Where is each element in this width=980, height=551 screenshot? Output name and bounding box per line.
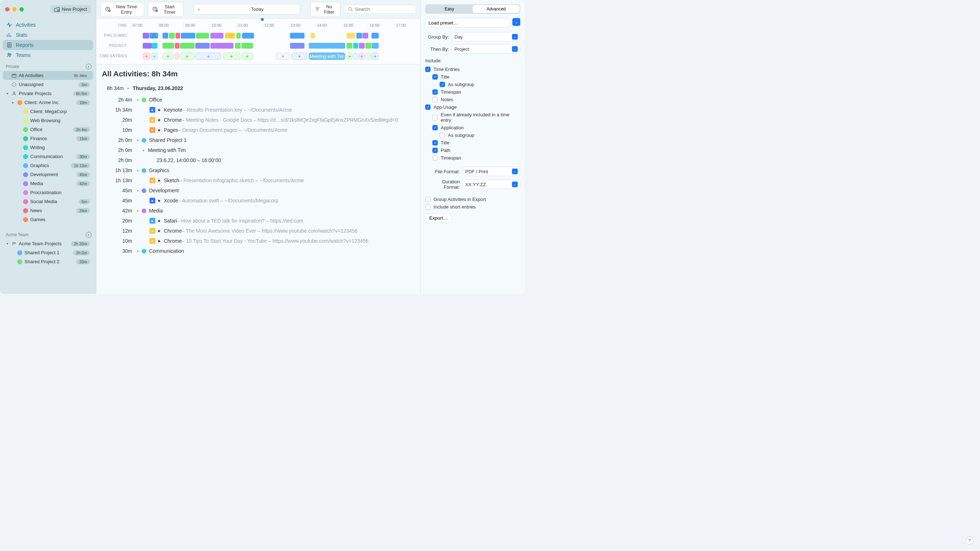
nav-activities[interactable]: Activities bbox=[3, 20, 93, 30]
sidebar-item[interactable]: Web Browsing bbox=[3, 116, 93, 125]
check-time-entries[interactable]: ✓Time Entries bbox=[425, 65, 520, 73]
activity-row[interactable]: 2h 0m▾Meeting with Tim bbox=[102, 145, 415, 155]
chevron-down-icon[interactable]: ▾ bbox=[5, 92, 10, 95]
export-button[interactable]: Export… bbox=[425, 214, 452, 222]
load-preset-button[interactable]: Load preset… bbox=[425, 18, 510, 28]
add-private-project-button[interactable]: + bbox=[86, 64, 92, 70]
checkbox[interactable]: ✓ bbox=[432, 148, 438, 153]
check-notes[interactable]: Notes bbox=[425, 96, 520, 103]
check-even-if[interactable]: Even if already included in a time entry bbox=[425, 111, 520, 124]
chevron-down-icon[interactable]: ▾ bbox=[135, 249, 141, 253]
chevron-down-icon[interactable]: ▾ bbox=[135, 168, 141, 173]
activity-row[interactable]: 45m▾Development bbox=[102, 186, 415, 195]
checkbox[interactable] bbox=[439, 133, 445, 138]
checkbox[interactable] bbox=[432, 115, 438, 120]
search-input[interactable] bbox=[355, 6, 415, 12]
add-acme-project-button[interactable]: + bbox=[86, 232, 92, 238]
checkbox[interactable]: ✓ bbox=[432, 74, 438, 79]
minimize-window-button[interactable] bbox=[12, 7, 17, 11]
then-by-select[interactable]: Project ⌄ bbox=[452, 44, 520, 54]
chevron-down-icon[interactable]: ▾ bbox=[141, 148, 146, 152]
entry-add-button[interactable]: + bbox=[275, 52, 290, 60]
nav-stats[interactable]: Stats bbox=[3, 30, 93, 40]
activity-row[interactable]: 10m●◆Chrome – 10 Tips To Start Your Day … bbox=[102, 236, 415, 246]
checkbox[interactable]: ✓ bbox=[432, 89, 438, 95]
entry-add-button[interactable]: + bbox=[195, 52, 221, 60]
nav-reports[interactable]: Reports bbox=[3, 40, 93, 50]
sidebar-item[interactable]: Games bbox=[3, 215, 93, 224]
activity-row[interactable]: 30m▾Communication bbox=[102, 246, 415, 256]
sidebar-item[interactable]: ▸Client: Acme Inc.10m bbox=[3, 98, 93, 107]
checkbox[interactable]: ✓ bbox=[439, 82, 445, 87]
sidebar-item[interactable]: Writing bbox=[3, 143, 93, 152]
activity-row[interactable]: 45m●◆Xcode – Automation.swift – ~/Docume… bbox=[102, 195, 415, 206]
entry-add-button[interactable] bbox=[365, 52, 371, 60]
activity-row[interactable]: 2h 4m▾Office bbox=[102, 95, 415, 105]
group-by-select[interactable]: Day ⌄ bbox=[452, 32, 520, 41]
checkbox[interactable]: ✓ bbox=[432, 140, 438, 146]
sidebar-item[interactable]: Graphics1h 13m bbox=[3, 161, 93, 170]
prev-day-button[interactable]: ‹ bbox=[194, 4, 204, 14]
chevron-down-icon[interactable]: ▾ bbox=[5, 241, 10, 246]
check-include-short[interactable]: Include short entries bbox=[425, 203, 520, 211]
sidebar-item[interactable]: Media42m bbox=[3, 179, 93, 188]
check-group-activities[interactable]: Group Activities in Export bbox=[425, 195, 520, 203]
activity-row[interactable]: 20m●◆Chrome – Meeting Notes - Google Doc… bbox=[102, 115, 415, 125]
checkbox[interactable] bbox=[425, 197, 431, 202]
checkbox[interactable]: ✓ bbox=[425, 67, 431, 72]
check-path[interactable]: ✓Path bbox=[425, 146, 520, 154]
date-header[interactable]: 8h 34m ▾ Thursday, 23.06.2022 bbox=[102, 83, 415, 95]
check-title-2[interactable]: ✓Title bbox=[425, 139, 520, 146]
check-app-usage[interactable]: ✓App Usage bbox=[425, 103, 520, 111]
entry-add-button[interactable] bbox=[353, 52, 358, 60]
tree-item-acme-projects[interactable]: ▾ Acme Team Projects 2h 20m bbox=[3, 239, 93, 248]
today-label[interactable]: Today bbox=[204, 5, 300, 14]
entry-add-button[interactable]: + bbox=[143, 52, 150, 60]
advanced-mode-button[interactable]: Advanced bbox=[473, 5, 520, 13]
filter-button[interactable]: No Filter bbox=[310, 2, 341, 17]
entry-meeting[interactable]: Meeting with Tim bbox=[309, 52, 345, 60]
check-application[interactable]: ✓Application bbox=[425, 124, 520, 132]
search-field[interactable] bbox=[344, 5, 416, 14]
tree-item-unassigned[interactable]: ? Unassigned 5m bbox=[3, 80, 93, 89]
activity-row[interactable]: 2h 0m23.6.22, 14:00:00 – 16:00:00 bbox=[102, 155, 415, 165]
entry-add-button[interactable]: + bbox=[291, 52, 307, 60]
entry-add-button[interactable]: + bbox=[242, 52, 253, 60]
sidebar-item[interactable]: Procrastination bbox=[3, 188, 93, 197]
check-title-1[interactable]: ✓Title bbox=[425, 73, 520, 81]
check-timespan-1[interactable]: ✓Timespan bbox=[425, 88, 520, 96]
new-project-button[interactable]: New Project bbox=[51, 5, 91, 13]
entry-add-button[interactable]: + bbox=[223, 52, 240, 60]
entry-add-button[interactable]: + bbox=[180, 52, 194, 60]
entry-add-button[interactable]: + bbox=[347, 52, 352, 60]
tree-item-shared2[interactable]: Shared Project 2 20m bbox=[3, 257, 93, 266]
activity-row[interactable]: 2h 0m▾Shared Project 1 bbox=[102, 135, 415, 145]
sidebar-item[interactable]: Development45m bbox=[3, 170, 93, 179]
tree-item-private-projects[interactable]: ▾ Private Projects 6h 9m bbox=[3, 89, 93, 98]
sidebar-item[interactable]: Office2h 4m bbox=[3, 125, 93, 134]
entry-add-button[interactable]: + bbox=[371, 52, 379, 60]
activity-row[interactable]: 20m●◆Safari – How about a TED talk for i… bbox=[102, 216, 415, 226]
activity-row[interactable]: 10m●◆Pages – Design Document.pages – ~/D… bbox=[102, 125, 415, 135]
checkbox[interactable] bbox=[432, 155, 438, 160]
nav-teams[interactable]: Teams bbox=[3, 50, 93, 60]
start-timer-button[interactable]: Start Timer bbox=[148, 2, 183, 17]
close-window-button[interactable] bbox=[5, 7, 10, 11]
sidebar-item[interactable]: Finance15m bbox=[3, 134, 93, 143]
sidebar-item[interactable]: News24m bbox=[3, 206, 93, 215]
easy-mode-button[interactable]: Easy bbox=[426, 5, 473, 13]
activity-row[interactable]: 1h 34m●◆Keynote – Results Presentation.k… bbox=[102, 105, 415, 115]
new-time-entry-button[interactable]: New Time Entry bbox=[100, 2, 145, 17]
checkbox[interactable]: ✓ bbox=[432, 125, 438, 130]
maximize-window-button[interactable] bbox=[19, 7, 24, 11]
checkbox[interactable] bbox=[432, 97, 438, 102]
activity-row[interactable]: 1h 13m▾Graphics bbox=[102, 165, 415, 175]
check-timespan-2[interactable]: Timespan bbox=[425, 154, 520, 162]
preset-menu-button[interactable]: ⌄ bbox=[512, 18, 520, 26]
chevron-right-icon[interactable]: ▸ bbox=[11, 100, 15, 105]
file-format-select[interactable]: PDF / Print ⌄ bbox=[463, 167, 520, 176]
chevron-down-icon[interactable]: ▾ bbox=[135, 189, 141, 193]
activity-row[interactable]: 1h 13m●◆Sketch – Presentation Infographi… bbox=[102, 175, 415, 186]
check-as-subgroup-1[interactable]: ✓As subgroup bbox=[425, 81, 520, 88]
entry-add-button[interactable]: + bbox=[162, 52, 173, 60]
